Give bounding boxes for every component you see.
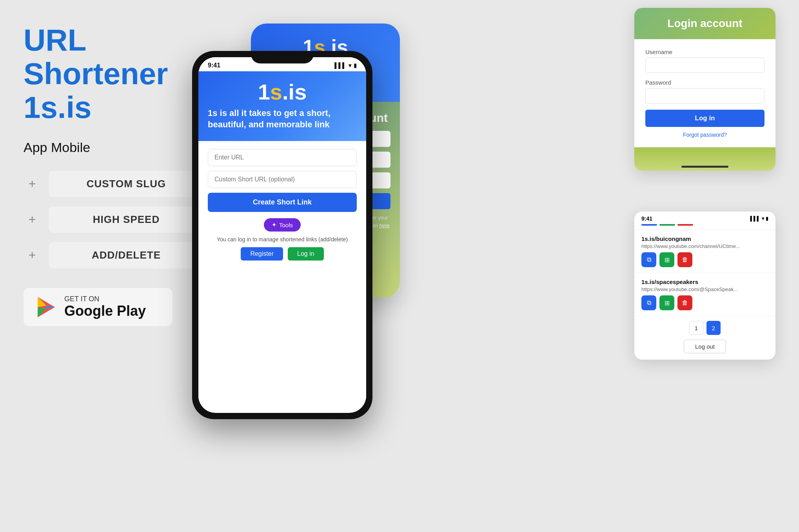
password-input[interactable] xyxy=(645,88,764,103)
phone-login-button[interactable]: Log in xyxy=(288,247,324,261)
password-label: Password xyxy=(645,79,764,86)
copy-button-2[interactable]: ⧉ xyxy=(641,295,656,310)
delete-button-1[interactable]: 🗑 xyxy=(677,252,692,267)
tools-button[interactable]: ✦ Tools xyxy=(264,218,301,232)
status-icons: ▌▌▌ ▾ ▮ xyxy=(334,62,357,69)
signal-icon: ▌▌▌ xyxy=(334,62,346,69)
link-short-1: 1s.is/buicongnam xyxy=(641,235,768,242)
delete-button-2[interactable]: 🗑 xyxy=(677,295,692,310)
left-panel: URL Shortener 1s.is App Mobile + CUSTOM … xyxy=(24,24,204,326)
google-play-label: Google Play xyxy=(64,303,146,319)
phone-form: Create Short Link ✦ Tools You can log in… xyxy=(198,141,366,411)
link-long-1: https://www.youtube.com/channel/UCtime..… xyxy=(641,243,768,249)
status-time: 9:41 xyxy=(208,62,220,69)
links-status-time: 9:41 xyxy=(641,215,652,222)
feature-item-custom-slug: + CUSTOM SLUG xyxy=(24,171,204,197)
feature-list: + CUSTOM SLUG + HIGH SPEED + ADD/DELETE xyxy=(24,171,204,268)
login-button[interactable]: Log in xyxy=(645,110,764,127)
custom-url-input[interactable] xyxy=(208,171,357,188)
plus-icon-1: + xyxy=(24,176,41,193)
home-indicator xyxy=(681,166,728,168)
forgot-password-link[interactable]: Forgot password? xyxy=(645,132,764,138)
phone-tagline: 1s is all it takes to get a short, beaut… xyxy=(208,108,357,130)
phone-screen: 9:41 ▌▌▌ ▾ ▮ 1s.is 1s is all it takes to… xyxy=(198,57,366,413)
links-signal-icon: ▌▌▌ xyxy=(750,216,760,221)
qr-button-2[interactable]: ⊞ xyxy=(659,295,674,310)
phone-app-logo: 1s.is xyxy=(208,79,357,105)
login-panel-title: Login account xyxy=(645,17,764,30)
app-title-line1: URL Shortener xyxy=(24,24,204,91)
create-short-link-button[interactable]: Create Short Link xyxy=(208,193,357,212)
login-panel-header: Login account xyxy=(634,8,775,39)
copy-button-1[interactable]: ⧉ xyxy=(641,252,656,267)
page-2-button[interactable]: 2 xyxy=(706,321,721,335)
phone-hero: 1s.is 1s is all it takes to get a short,… xyxy=(198,71,366,141)
login-panel: Login account Username Password Log in F… xyxy=(634,8,775,171)
tab-indicator xyxy=(634,224,775,230)
qr-button-1[interactable]: ⊞ xyxy=(659,252,674,267)
links-status-icons: ▌▌▌ ▾ ▮ xyxy=(750,216,768,221)
phone-notch xyxy=(251,51,314,63)
login-body: Username Password Log in Forgot password… xyxy=(634,39,775,147)
register-button[interactable]: Register xyxy=(241,247,283,261)
login-footer xyxy=(634,147,775,171)
center-phone: 9:41 ▌▌▌ ▾ ▮ 1s.is 1s is all it takes to… xyxy=(192,51,372,419)
link-short-2: 1s.is/spacespeakers xyxy=(641,279,768,285)
phone-outer: 9:41 ▌▌▌ ▾ ▮ 1s.is 1s is all it takes to… xyxy=(192,51,372,419)
battery-icon: ▮ xyxy=(354,62,357,69)
wifi-icon: ▾ xyxy=(349,62,351,69)
feature-item-high-speed: + HIGH SPEED xyxy=(24,206,204,233)
link-actions-2: ⧉ ⊞ 🗑 xyxy=(641,295,768,310)
link-long-2: https://www.youtube.com/@SpaceSpeak... xyxy=(641,286,768,292)
link-item-1: 1s.is/buicongnam https://www.youtube.com… xyxy=(634,230,775,273)
links-panel: 9:41 ▌▌▌ ▾ ▮ 1s.is/buicongnam https://ww… xyxy=(634,212,775,360)
links-wifi-icon: ▾ xyxy=(762,216,764,221)
plus-icon-3: + xyxy=(24,247,41,264)
plus-icon-2: + xyxy=(24,211,41,228)
phone-footer-text: You can log in to manage shortened links… xyxy=(208,236,357,242)
username-label: Username xyxy=(645,49,764,55)
feature-label-add-delete: ADD/DELETE xyxy=(49,242,204,268)
links-status-bar: 9:41 ▌▌▌ ▾ ▮ xyxy=(634,212,775,224)
tab-dot-1 xyxy=(641,224,657,226)
username-input[interactable] xyxy=(645,58,764,73)
get-it-on-label: GET IT ON xyxy=(64,295,146,303)
phone-content: 1s.is 1s is all it takes to get a short,… xyxy=(198,71,366,411)
feature-label-high-speed: HIGH SPEED xyxy=(49,206,204,233)
link-actions-1: ⧉ ⊞ 🗑 xyxy=(641,252,768,267)
url-input[interactable] xyxy=(208,149,357,166)
feature-item-add-delete: + ADD/DELETE xyxy=(24,242,204,268)
google-play-icon xyxy=(35,295,58,319)
page-1-button[interactable]: 1 xyxy=(689,321,703,335)
app-title-line2: 1s.is xyxy=(24,91,204,125)
feature-label-custom-slug: CUSTOM SLUG xyxy=(49,171,204,197)
logout-button[interactable]: Log out xyxy=(684,340,726,353)
play-text-container: GET IT ON Google Play xyxy=(64,295,146,319)
app-mobile-label: App Mobile xyxy=(24,140,204,155)
links-battery-icon: ▮ xyxy=(766,216,768,221)
tab-dot-3 xyxy=(677,224,693,226)
tools-icon: ✦ xyxy=(272,221,277,228)
tab-dot-2 xyxy=(659,224,675,226)
phone-auth-buttons: Register Log in xyxy=(208,247,357,261)
pagination: 1 2 xyxy=(634,316,775,337)
tools-label: Tools xyxy=(279,222,293,228)
link-item-2: 1s.is/spacespeakers https://www.youtube.… xyxy=(634,273,775,316)
google-play-button[interactable]: GET IT ON Google Play xyxy=(24,288,173,326)
